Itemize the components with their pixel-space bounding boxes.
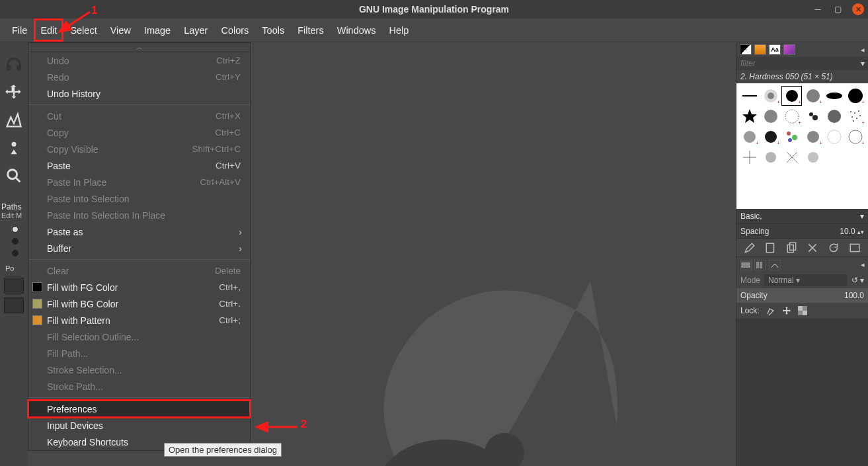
close-button[interactable]: ✕ (852, 3, 864, 15)
channels-tab-icon[interactable] (754, 260, 766, 270)
menu-item-fill-path[interactable]: Fill Path... (28, 345, 250, 362)
brush-thumb[interactable] (739, 106, 760, 126)
brush-thumb[interactable] (760, 147, 781, 167)
maximize-button[interactable]: ▢ (832, 4, 843, 15)
layer-opacity-row[interactable]: Opacity 100.0 (736, 288, 868, 303)
color-swatch-dark[interactable] (4, 297, 24, 313)
lock-paint-icon[interactable] (766, 306, 775, 315)
brush-thumb[interactable] (803, 106, 823, 126)
brushes-tab-icon[interactable] (740, 44, 752, 55)
menu-colors[interactable]: Colors (214, 19, 255, 42)
new-brush-icon[interactable] (765, 242, 777, 254)
menu-windows[interactable]: Windows (331, 19, 383, 42)
brush-thumb[interactable] (781, 147, 802, 167)
brush-thumb[interactable]: + (845, 106, 865, 126)
menu-item-buffer[interactable]: Buffer› (28, 240, 250, 256)
menu-scroll-up-icon[interactable]: ︿ (28, 43, 250, 52)
menu-filters[interactable]: Filters (291, 19, 330, 42)
brush-thumb[interactable] (803, 147, 823, 167)
window-controls: ─ ▢ ✕ (812, 3, 864, 15)
menu-item-fill-with-fg-color[interactable]: Fill with FG ColorCtrl+, (28, 279, 250, 295)
menu-item-copy[interactable]: CopyCtrl+C (28, 124, 250, 141)
gradients-tab-icon[interactable] (783, 44, 795, 55)
lock-move-icon[interactable] (782, 306, 791, 315)
brush-thumb[interactable] (760, 106, 781, 126)
menu-item-undo[interactable]: UndoCtrl+Z (28, 52, 250, 69)
measure-tool-icon[interactable] (5, 139, 23, 157)
menu-item-fill-with-bg-color[interactable]: Fill with BG ColorCtrl+. (28, 295, 250, 312)
menu-item-stroke-path[interactable]: Stroke Path... (28, 378, 250, 395)
brush-spacing-row[interactable]: Spacing 10.0 ▴▾ (736, 223, 868, 238)
brush-thumb[interactable] (824, 127, 844, 147)
paths-tab-icon[interactable] (769, 260, 781, 270)
brush-thumb[interactable]: + (803, 127, 823, 147)
brush-thumb[interactable] (824, 106, 844, 126)
svg-point-14 (809, 112, 813, 116)
brush-thumb[interactable] (739, 147, 760, 167)
open-as-image-icon[interactable] (849, 242, 861, 254)
minimize-button[interactable]: ─ (812, 4, 823, 15)
stepper-icon[interactable]: ▴▾ (857, 229, 864, 235)
radio-on-icon[interactable] (12, 226, 19, 233)
menu-item-paste[interactable]: PasteCtrl+V (28, 157, 250, 174)
dock-menu-icon[interactable]: ◂ (861, 46, 865, 54)
menu-item-fill-with-pattern[interactable]: Fill with PatternCtrl+; (28, 312, 250, 329)
brush-thumb[interactable]: + (845, 86, 865, 106)
menu-item-redo[interactable]: RedoCtrl+Y (28, 69, 250, 85)
menu-item-clear[interactable]: ClearDelete (28, 262, 250, 279)
menu-help[interactable]: Help (383, 19, 416, 42)
menu-layer[interactable]: Layer (177, 19, 214, 42)
patterns-tab-icon[interactable] (754, 44, 766, 55)
menu-item-paste-into-selection-in-place[interactable]: Paste Into Selection In Place (28, 207, 250, 223)
svg-point-26 (787, 132, 791, 136)
brush-thumb[interactable]: + (739, 127, 760, 147)
brush-grid[interactable]: + + + + + + + + + + (736, 83, 868, 209)
headphones-icon[interactable] (5, 56, 23, 74)
menu-item-undo-history[interactable]: Undo History (28, 85, 250, 102)
menu-item-paste-in-place[interactable]: Paste In PlaceCtrl+Alt+V (28, 174, 250, 190)
menu-item-paste-into-selection[interactable]: Paste Into Selection (28, 190, 250, 207)
layer-lock-row: Lock: (736, 303, 868, 319)
zoom-tool-icon[interactable] (5, 167, 23, 185)
menu-item-paste-as[interactable]: Paste as› (28, 223, 250, 240)
menu-item-fill-selection-outline[interactable]: Fill Selection Outline... (28, 329, 250, 345)
brush-thumb[interactable]: + (781, 106, 802, 126)
dock-menu-icon[interactable]: ◂ (861, 260, 865, 269)
menu-image[interactable]: Image (138, 19, 177, 42)
brush-thumb[interactable] (781, 127, 802, 147)
layers-tab-icon[interactable] (740, 260, 752, 270)
menu-item-input-devices[interactable]: Input Devices (28, 417, 250, 434)
filter-dropdown-icon[interactable]: ▾ (857, 59, 868, 68)
path-tool-icon[interactable] (5, 111, 23, 130)
svg-rect-38 (742, 263, 750, 264)
fonts-tab-icon[interactable]: Aa (769, 44, 781, 55)
brush-thumb[interactable]: + (803, 86, 823, 106)
edit-brush-icon[interactable] (744, 242, 756, 254)
brush-filter-input[interactable] (736, 59, 857, 68)
refresh-brush-icon[interactable] (828, 242, 840, 254)
brush-tags-select[interactable]: Basic, ▾ (736, 209, 868, 223)
brush-thumb[interactable]: + (760, 86, 781, 106)
radio-off-icon[interactable] (12, 250, 19, 256)
mode-switch-icon[interactable]: ↺ ▾ (851, 276, 864, 285)
menu-tools[interactable]: Tools (255, 19, 291, 42)
brush-thumb[interactable]: + (760, 127, 781, 147)
brush-thumb[interactable] (824, 86, 844, 106)
delete-brush-icon[interactable] (807, 242, 818, 254)
brush-thumb[interactable] (739, 86, 760, 106)
brush-thumb[interactable]: + (845, 127, 865, 147)
brush-thumb[interactable]: + (781, 86, 802, 106)
svg-rect-35 (787, 245, 793, 252)
lock-alpha-icon[interactable] (798, 306, 807, 315)
move-tool-icon[interactable] (5, 83, 23, 102)
mode-select[interactable]: Normal ▾ (764, 274, 848, 286)
radio-off-icon[interactable] (12, 238, 19, 245)
menu-item-cut[interactable]: CutCtrl+X (28, 108, 250, 124)
menu-view[interactable]: View (104, 19, 138, 42)
menu-item-copy-visible[interactable]: Copy VisibleShift+Ctrl+C (28, 141, 250, 157)
duplicate-brush-icon[interactable] (786, 242, 798, 254)
color-swatch-dark[interactable] (4, 278, 24, 293)
menu-file[interactable]: File (5, 19, 34, 42)
menu-item-stroke-selection[interactable]: Stroke Selection... (28, 362, 250, 378)
menu-item-preferences[interactable]: Preferences (28, 401, 250, 417)
